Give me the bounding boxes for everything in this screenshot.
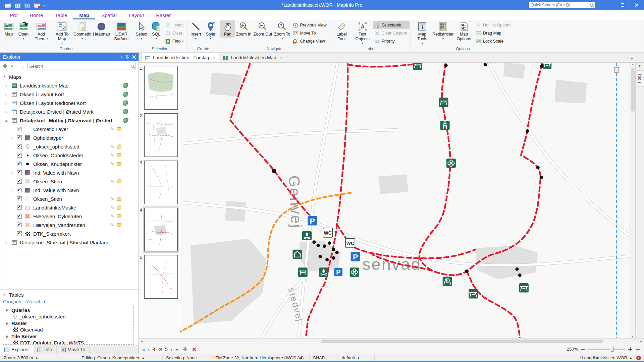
explorer-search[interactable] (27, 63, 136, 69)
layer-visibility-checkbox[interactable] (17, 144, 22, 149)
page-thumbnail[interactable]: 1 (144, 66, 178, 110)
layer-style-icon[interactable] (117, 145, 121, 148)
status-projection[interactable]: UTM Zone 32, Northern Hemisphere (WGS 84… (209, 354, 310, 361)
add-theme-button[interactable]: Add Theme (31, 20, 52, 42)
edit-pencil-icon[interactable]: ✎ (110, 153, 114, 158)
map-canvas[interactable]: GenvejsenvadstedvejPWCWCPP ▲▼ (180, 63, 635, 338)
quick-search[interactable] (528, 2, 595, 8)
previous-view-button[interactable]: Previous View (291, 21, 329, 29)
layer-visibility-checkbox[interactable] (17, 153, 22, 158)
tree-item-layer[interactable]: ▷Opholdstyper (0, 133, 139, 142)
first-page-button[interactable]: « (142, 346, 145, 352)
edit-pencil-icon[interactable]: ✎ (110, 214, 114, 219)
map-button[interactable]: Map (1, 20, 16, 38)
table-item[interactable]: _oksen_opholdssted (5, 313, 131, 320)
edit-pencil-icon[interactable]: ✎ (110, 126, 114, 132)
layer-visibility-checkbox[interactable] (17, 196, 22, 201)
new-table-icon[interactable] (5, 3, 11, 8)
pan-button[interactable]: Pan (220, 20, 235, 38)
map-vertical-scrollbar[interactable]: ▲▼ (630, 63, 635, 338)
layer-visibility-checkbox[interactable] (17, 170, 22, 175)
layer-style-icon[interactable] (117, 162, 121, 166)
notification-badge[interactable]: 1 (636, 356, 641, 360)
expand-arrow-icon[interactable]: ▷ (4, 241, 8, 244)
zoom-in-button[interactable] (628, 347, 632, 351)
tree-item-layer[interactable]: _oksen_opholdssted✎ (0, 142, 139, 151)
layer-visibility-checkbox[interactable] (17, 135, 22, 140)
expand-arrow-icon[interactable]: ▷ (4, 93, 8, 96)
delete-page-button[interactable] (192, 347, 196, 351)
remove-icon[interactable] (10, 64, 14, 68)
tree-item-layer[interactable]: ▷Ind. Value with Navn (0, 168, 139, 177)
layer-style-icon[interactable] (117, 197, 121, 201)
expand-arrow-icon[interactable]: ▷ (10, 188, 14, 192)
layer-visibility-checkbox[interactable] (17, 223, 22, 227)
pin-panel-icon[interactable] (125, 55, 129, 59)
panel-menu-icon[interactable]: » (120, 55, 122, 59)
save-window-icon[interactable] (24, 3, 30, 8)
lidar-surface-button[interactable]: LiDAR Surface (111, 20, 132, 42)
status-snap[interactable]: SNAP (310, 354, 338, 361)
close-tab-icon[interactable]: × (213, 55, 216, 60)
map-edit-globe-icon[interactable] (123, 92, 128, 97)
layer-visibility-checkbox[interactable] (17, 231, 22, 236)
zoom-out-button[interactable]: Zoom Out (253, 20, 273, 38)
expand-arrow-icon[interactable]: ▷ (10, 136, 14, 140)
move-to-button[interactable]: Move To (291, 29, 329, 37)
add-page-button[interactable] (183, 347, 187, 351)
zoom-out-button[interactable] (581, 349, 585, 350)
editable-pencil-icon[interactable]: ✎ (110, 161, 114, 167)
layer-style-icon[interactable] (117, 180, 121, 183)
previous-page-button[interactable]: ‹ (148, 346, 150, 352)
change-view-button[interactable]: Change View (291, 37, 329, 45)
expand-arrow-icon[interactable]: ▷ (4, 101, 8, 105)
panel-tab-info[interactable]: iInfo (33, 345, 56, 354)
tree-item-layer[interactable]: Cosmetic Layer✎ (0, 125, 139, 133)
tree-item-map[interactable]: ▷Detaljekort: Stursbøl | Stursbøl Planta… (0, 238, 139, 247)
map-edit-globe-icon[interactable] (123, 109, 128, 114)
panel-tab-explorer[interactable]: Explorer (0, 345, 33, 354)
tab-overflow-icon[interactable]: ▼ (630, 57, 634, 60)
tree-item-map[interactable]: ▷Detaljekort: Ørsted | Ørsted Mark (0, 107, 139, 116)
close-tab-icon[interactable]: × (280, 55, 283, 60)
tab-pro[interactable]: Pro (4, 11, 23, 19)
map-edit-globe-icon[interactable] (123, 118, 128, 123)
redistricter-button[interactable]: Redistricter▾ (433, 20, 453, 41)
layer-style-icon[interactable] (117, 206, 121, 209)
move-down-icon[interactable]: ↓ (22, 64, 24, 69)
chevron-down-icon[interactable]: ▼ (638, 64, 641, 68)
tree-section[interactable]: ∧Maps (0, 72, 139, 81)
tab-map-document[interactable]: Landdistriksstien Map × (219, 53, 286, 62)
collapse-icon[interactable]: ∧ (5, 334, 8, 339)
collapse-icon[interactable]: ∧ (5, 308, 8, 312)
tree-item-layer[interactable]: Oksen_Stien✎ (0, 177, 139, 186)
status-zoom[interactable]: Zoom: 3.500 m▲ (0, 354, 78, 361)
tab-spatial[interactable]: Spatial (95, 11, 123, 19)
table-item[interactable]: Oksenvad (5, 326, 131, 333)
edit-pencil-icon[interactable]: ✎ (110, 222, 114, 228)
cosmetic-button[interactable]: Cosmetic▾ (72, 20, 92, 41)
status-editing[interactable]: Editing: Oksen_Knudepunkter▲ (78, 354, 163, 361)
move-up-icon[interactable]: ↑ (17, 64, 19, 69)
layer-style-icon[interactable] (117, 223, 121, 227)
tab-layout-document[interactable]: Landdistriktsstien - Forslag × (142, 53, 219, 62)
next-page-button[interactable]: › (171, 346, 172, 352)
layer-style-icon[interactable] (117, 154, 121, 157)
map-options-button[interactable]: Map Options (453, 20, 474, 42)
layer-visibility-checkbox[interactable] (17, 205, 22, 210)
page-thumbnail[interactable]: 3 (144, 161, 178, 204)
layer-visibility-checkbox[interactable] (17, 179, 22, 184)
close-panel-icon[interactable] (132, 55, 136, 59)
layer-visibility-checkbox[interactable] (17, 214, 22, 219)
tree-item-layer[interactable]: DTK_Skærmkort (0, 229, 139, 238)
quick-search-input[interactable] (531, 3, 590, 7)
tab-table[interactable]: Table (49, 11, 73, 19)
tab-map[interactable]: Map (73, 11, 95, 19)
minimize-button[interactable] (601, 0, 615, 10)
save-workspace-icon[interactable] (15, 3, 20, 8)
close-table-icon[interactable] (34, 3, 40, 8)
tab-raster[interactable]: Raster (150, 11, 177, 19)
text-objects-button[interactable]: Text Objects▾ (352, 20, 373, 46)
zoom-in-button[interactable]: Zoom In (235, 20, 253, 38)
table-group-header[interactable]: ∧Raster (5, 320, 131, 326)
